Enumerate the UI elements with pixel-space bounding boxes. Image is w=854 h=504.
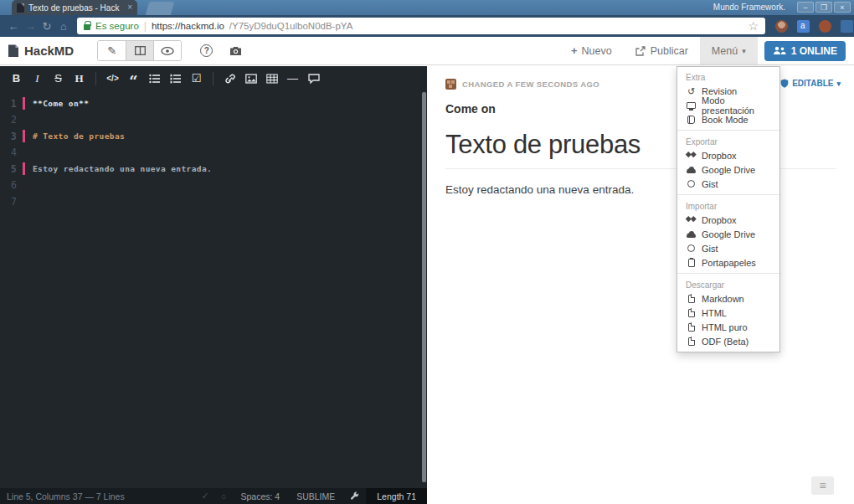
menu-item-download-html-raw[interactable]: HTML puro xyxy=(677,320,779,334)
connection-status-icon: ○ xyxy=(221,491,227,501)
close-button[interactable]: × xyxy=(834,2,851,13)
menu-item-download-markdown[interactable]: Markdown xyxy=(677,291,779,306)
menu-item-import-clipboard[interactable]: Portapapeles xyxy=(677,255,779,270)
back-button[interactable]: ← xyxy=(5,20,22,33)
minimize-button[interactable]: – xyxy=(797,2,814,13)
indent-setting[interactable]: Spaces: 4 xyxy=(240,491,280,501)
publish-button[interactable]: Publicar xyxy=(624,37,700,64)
cursor-position: Line 5, Columns 37 — 7 Lines xyxy=(7,491,125,501)
security-label: Es seguro xyxy=(95,21,139,31)
translate-extension-icon[interactable] xyxy=(797,20,810,33)
menu-item-download-odf[interactable]: ODF (Beta) xyxy=(677,334,779,348)
address-bar[interactable]: Es seguro | https://hackmd.io /Y75yD9duQ… xyxy=(77,18,765,34)
menu-item-import-google-drive[interactable]: Google Drive xyxy=(677,227,779,241)
line-number: 5 xyxy=(0,163,23,175)
horizontal-rule-button[interactable]: — xyxy=(282,72,303,85)
menu-item-import-dropbox[interactable]: Dropbox xyxy=(677,213,779,227)
editor-scrollbar[interactable] xyxy=(422,92,426,486)
github-icon xyxy=(686,244,697,253)
quote-button[interactable]: “ xyxy=(123,73,144,85)
brand-label: HackMD xyxy=(24,44,74,58)
code-button[interactable]: </> xyxy=(102,74,123,83)
comment-icon xyxy=(308,74,320,84)
bold-button[interactable]: B xyxy=(6,72,27,85)
app-extension-icon[interactable] xyxy=(841,20,853,33)
menu-item-label: Modo presentación xyxy=(702,95,771,116)
edit-mode-button[interactable]: ✎ xyxy=(98,41,126,60)
google-drive-icon xyxy=(686,230,697,238)
header-actions: + Nuevo Publicar Menú ▾ 1 ONLINE xyxy=(559,37,854,64)
bullet-list-button[interactable] xyxy=(144,74,165,84)
table-icon xyxy=(266,74,278,84)
tab-close-icon[interactable]: × xyxy=(127,3,132,12)
refresh-button[interactable]: ↻ xyxy=(39,20,55,33)
forward-button[interactable]: → xyxy=(22,20,39,33)
menu-item-export-dropbox[interactable]: Dropbox xyxy=(677,148,779,162)
split-view-icon xyxy=(135,46,146,55)
help-button[interactable]: ? xyxy=(200,44,213,57)
new-tab-button[interactable] xyxy=(146,2,175,15)
menu-button[interactable]: Menú ▾ xyxy=(700,37,758,64)
settings-button[interactable] xyxy=(350,491,359,501)
users-icon xyxy=(773,46,786,55)
change-marker xyxy=(23,147,25,159)
bookmark-star-icon[interactable]: ☆ xyxy=(748,19,759,33)
profile-extension-icon[interactable] xyxy=(775,20,788,33)
html-file-icon xyxy=(686,323,697,332)
menu-item-import-gist[interactable]: Gist xyxy=(677,241,779,255)
task-list-button[interactable]: ☑ xyxy=(186,72,207,85)
menu-item-label: Dropbox xyxy=(702,215,737,225)
strikethrough-button[interactable]: S xyxy=(48,72,69,85)
maximize-button[interactable]: ❐ xyxy=(815,2,832,13)
doc-length-badge[interactable]: Length 71 xyxy=(366,488,427,504)
menu-section-header: Exportar xyxy=(677,134,779,148)
image-icon xyxy=(245,74,257,84)
menu-item-download-html[interactable]: HTML xyxy=(677,306,779,320)
italic-button[interactable]: I xyxy=(27,72,48,85)
preview-mode-button[interactable] xyxy=(153,41,181,60)
toc-button[interactable]: ≡ xyxy=(811,476,834,495)
change-marker xyxy=(23,97,25,110)
menu-divider xyxy=(677,273,779,274)
home-button[interactable]: ⌂ xyxy=(55,20,72,33)
snapshot-button[interactable] xyxy=(229,46,242,55)
camera-icon xyxy=(229,46,242,55)
change-marker xyxy=(23,114,25,126)
menu-section-header: Importar xyxy=(677,198,779,213)
window-controls: – ❐ × xyxy=(797,2,851,13)
browser-titlebar: Texto de pruebas - Hack × Mundo Framewor… xyxy=(0,0,854,15)
hackmd-brand[interactable]: HackMD xyxy=(8,44,74,58)
link-icon xyxy=(224,74,236,84)
presentation-icon xyxy=(686,102,697,109)
new-note-label: Nuevo xyxy=(582,45,612,57)
toolbar-divider xyxy=(95,72,96,85)
heading-button[interactable]: H xyxy=(69,72,90,85)
keymap-setting[interactable]: SUBLIME xyxy=(296,491,335,501)
split-mode-button[interactable] xyxy=(126,41,153,60)
cookie-extension-icon[interactable] xyxy=(819,20,831,33)
menu-item-export-google-drive[interactable]: Google Drive xyxy=(677,162,779,177)
comment-button[interactable] xyxy=(303,74,324,84)
scrollbar-thumb[interactable] xyxy=(422,92,426,482)
menu-item-label: ODF (Beta) xyxy=(702,337,749,347)
online-users-button[interactable]: 1 ONLINE xyxy=(764,41,846,61)
online-label: 1 ONLINE xyxy=(791,45,837,57)
permission-dropdown[interactable]: EDITABLE ▾ xyxy=(780,79,841,88)
code-editor[interactable]: 1**Come on** 2 3# Texto de pruebas 4 5Es… xyxy=(0,90,427,488)
plus-icon: + xyxy=(571,44,578,57)
ordered-list-button[interactable] xyxy=(165,74,186,84)
menu-item-label: Book Mode xyxy=(702,115,749,125)
link-button[interactable] xyxy=(219,74,240,84)
menu-item-export-gist[interactable]: Gist xyxy=(677,177,779,191)
menu-item-slide-mode[interactable]: Modo presentación xyxy=(677,98,779,112)
dropbox-icon xyxy=(686,152,697,160)
chevron-down-icon: ▾ xyxy=(742,47,746,55)
image-button[interactable] xyxy=(240,74,261,84)
new-note-button[interactable]: + Nuevo xyxy=(559,37,624,64)
menu-item-label: HTML xyxy=(702,308,727,318)
browser-tab[interactable]: Texto de pruebas - Hack × xyxy=(12,0,137,15)
table-button[interactable] xyxy=(261,74,282,84)
line-number: 6 xyxy=(0,179,23,191)
shield-icon xyxy=(780,79,789,88)
line-number: 7 xyxy=(0,196,23,208)
